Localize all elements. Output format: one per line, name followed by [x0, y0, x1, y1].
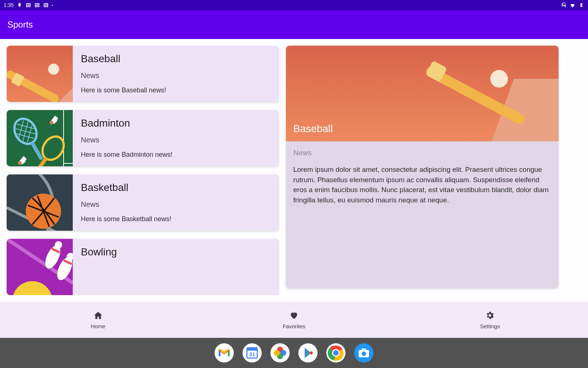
svg-rect-1	[27, 4, 28, 5]
detail-body: News Lorem ipsum dolor sit amet, consect…	[286, 141, 559, 212]
wifi-icon	[570, 2, 576, 8]
detail-subtitle: News	[293, 149, 551, 157]
svg-rect-10	[36, 6, 39, 6]
basketball-thumbnail	[7, 174, 73, 231]
status-left: 1:35 •	[4, 2, 53, 8]
nav-favorites[interactable]: Favorites	[196, 302, 392, 338]
svg-point-79	[362, 351, 366, 356]
svg-text:31: 31	[249, 351, 255, 357]
card-title: Basketball	[81, 182, 271, 194]
svg-point-42	[18, 161, 22, 165]
card-title: Baseball	[81, 53, 271, 65]
svg-point-58	[490, 70, 508, 88]
sport-card-baseball[interactable]: Baseball News Here is some Baseball news…	[7, 46, 279, 102]
svg-rect-0	[26, 3, 31, 7]
svg-rect-14	[46, 4, 48, 4]
sport-card-bowling[interactable]: Bowling	[7, 239, 279, 295]
news-icon	[25, 2, 31, 8]
card-title: Bowling	[81, 246, 271, 258]
system-dock: 31	[0, 338, 588, 368]
chrome-icon[interactable]	[326, 343, 345, 362]
svg-rect-4	[27, 6, 30, 6]
card-title: Badminton	[81, 117, 271, 129]
battery-icon	[578, 2, 584, 8]
svg-point-40	[50, 121, 53, 124]
gear-icon	[485, 311, 495, 320]
photos-icon[interactable]	[270, 343, 290, 362]
card-snippet: Here is some Baseball news!	[81, 86, 271, 94]
card-body: Basketball News Here is some Basketball …	[73, 174, 279, 231]
gmail-icon[interactable]	[215, 343, 234, 362]
card-snippet: Here is some Badminton news!	[81, 151, 271, 159]
svg-rect-78	[362, 348, 366, 351]
card-subtitle: News	[81, 71, 271, 80]
card-snippet: Here is some Basketball news!	[81, 215, 271, 223]
nav-label: Settings	[480, 323, 500, 329]
svg-rect-9	[37, 5, 39, 5]
card-body: Badminton News Here is some Badminton ne…	[73, 110, 279, 166]
status-right	[561, 2, 584, 8]
svg-rect-17	[44, 6, 48, 7]
nav-home[interactable]: Home	[0, 302, 196, 338]
play-store-icon[interactable]	[298, 343, 318, 362]
app-title: Sports	[7, 20, 33, 30]
sport-card-basketball[interactable]: Basketball News Here is some Basketball …	[7, 174, 279, 231]
news-icon	[34, 2, 40, 8]
detail-title: Baseball	[293, 123, 333, 135]
svg-rect-20	[581, 3, 582, 4]
sport-list[interactable]: Baseball News Here is some Baseball news…	[7, 46, 279, 295]
baseball-thumbnail	[7, 46, 73, 102]
svg-rect-7	[36, 4, 37, 5]
status-time: 1:35	[4, 2, 14, 8]
content-area: Baseball News Here is some Baseball news…	[0, 39, 588, 302]
svg-rect-11	[36, 6, 39, 7]
camera-icon[interactable]	[354, 343, 373, 362]
nav-settings[interactable]: Settings	[392, 302, 588, 338]
calendar-icon[interactable]: 31	[243, 343, 262, 362]
svg-point-23	[48, 64, 59, 75]
svg-point-70	[274, 350, 280, 356]
svg-rect-2	[28, 4, 30, 4]
home-icon	[93, 311, 103, 320]
svg-rect-6	[35, 3, 39, 7]
news-icon	[43, 2, 49, 8]
svg-rect-64	[247, 348, 257, 351]
detail-pane: Baseball News Lorem ipsum dolor sit amet…	[286, 46, 559, 289]
svg-rect-13	[44, 4, 46, 5]
bottom-nav: Home Favorites Settings	[0, 302, 588, 338]
card-subtitle: News	[81, 200, 271, 209]
svg-rect-8	[37, 4, 39, 4]
mute-icon	[561, 2, 567, 8]
svg-rect-12	[44, 3, 48, 7]
card-body: Baseball News Here is some Baseball news…	[73, 46, 279, 102]
bowling-thumbnail	[7, 239, 73, 295]
nav-label: Home	[91, 323, 105, 329]
card-subtitle: News	[81, 136, 271, 144]
svg-rect-5	[27, 6, 30, 7]
nav-label: Favorites	[283, 323, 305, 329]
sport-card-badminton[interactable]: Badminton News Here is some Badminton ne…	[7, 110, 279, 166]
status-bar: 1:35 •	[0, 0, 588, 10]
debug-icon	[17, 2, 22, 8]
detail-hero: Baseball	[286, 46, 559, 141]
overflow-dot-icon: •	[52, 3, 53, 7]
svg-rect-16	[44, 6, 48, 6]
badminton-thumbnail	[7, 110, 73, 166]
app-bar: Sports	[0, 10, 588, 39]
card-body: Bowling	[73, 239, 279, 295]
heart-icon	[289, 311, 299, 320]
svg-rect-15	[46, 5, 48, 5]
svg-rect-3	[28, 5, 30, 5]
detail-text: Lorem ipsum dolor sit amet, consectetur …	[293, 164, 551, 205]
